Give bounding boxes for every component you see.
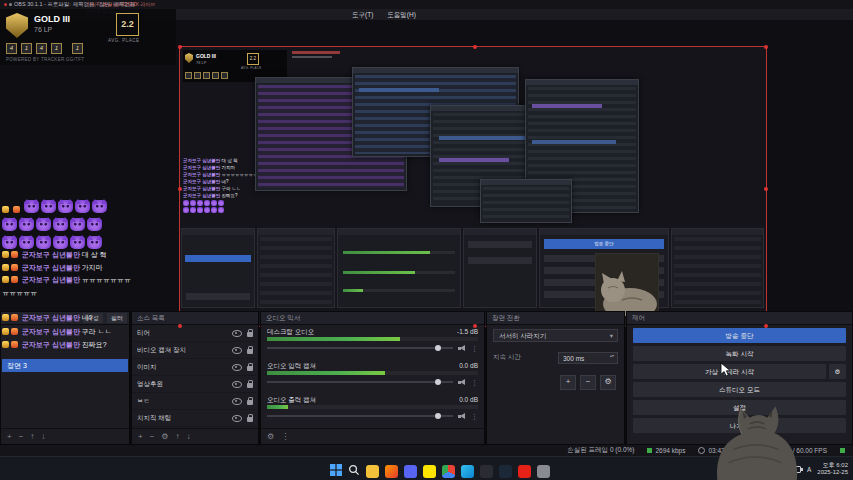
chat-overlay-top: 군자보구 십년불만 대 상 혁 군자보구 십년불만 가지마 군자보구 십년불만 …: [2, 195, 134, 299]
chat-message: 군자보구 십년불만 진짜요?: [2, 338, 132, 352]
speaker-icon[interactable]: [458, 413, 466, 420]
captured-dialog: [480, 179, 572, 223]
visibility-eye-icon[interactable]: [232, 415, 242, 422]
duration-label: 지속 시간: [493, 353, 521, 362]
cat-emote: [36, 218, 51, 231]
sources-toolbar: + − ⚙ ↑ ↓: [132, 428, 258, 444]
visibility-eye-icon[interactable]: [232, 381, 242, 388]
taskbar-app-settings[interactable]: [537, 465, 550, 478]
cat-in-front-of-screen: [703, 378, 805, 480]
source-down-button[interactable]: ↓: [187, 432, 191, 441]
remove-source-button[interactable]: −: [150, 432, 155, 441]
lock-icon[interactable]: [247, 383, 253, 388]
taskbar-app-firefox[interactable]: [385, 465, 398, 478]
transition-properties-button[interactable]: ⚙: [600, 375, 616, 390]
taskbar-app-kakaotalk[interactable]: [423, 465, 436, 478]
scene-list-item[interactable]: 장면 3: [2, 359, 128, 372]
lock-icon[interactable]: [247, 400, 253, 405]
chat-badge-icon: [13, 206, 20, 213]
volume-slider[interactable]: [267, 381, 453, 383]
transition-select[interactable]: 서서히 사라지기: [493, 329, 618, 342]
lock-icon[interactable]: [247, 349, 253, 354]
mixer-settings-button[interactable]: ⚙: [267, 432, 274, 441]
add-source-button[interactable]: +: [138, 432, 143, 441]
scene-up-button[interactable]: ↑: [30, 432, 34, 441]
taskbar-app-discord[interactable]: [404, 465, 417, 478]
window-state-icon: [9, 3, 12, 6]
scene-down-button[interactable]: ↓: [41, 432, 45, 441]
stop-streaming-button[interactable]: 방송 중단: [633, 328, 846, 343]
mixer-dock-title: 오디오 믹서: [261, 312, 484, 325]
cat-emote: [36, 236, 51, 249]
menu-tools[interactable]: 도구(T): [352, 9, 373, 20]
obs-logo-icon: [4, 3, 7, 6]
remove-scene-button[interactable]: −: [19, 432, 24, 441]
nested-emote-row: [183, 200, 277, 206]
source-row[interactable]: 비디오 캡쳐 장치: [132, 342, 258, 359]
taskbar-app-obs[interactable]: [480, 465, 493, 478]
nested-sources-dock: [257, 228, 335, 308]
source-row[interactable]: 치지직 채팅: [132, 410, 258, 427]
mixer-menu-button[interactable]: ⋮: [281, 432, 289, 441]
source-row[interactable]: 이미지: [132, 359, 258, 376]
search-icon[interactable]: [348, 462, 360, 480]
visibility-eye-icon[interactable]: [232, 330, 242, 337]
visibility-eye-icon[interactable]: [232, 364, 242, 371]
powered-by-text: POWERED BY TRACKER.GG/TFT: [6, 57, 84, 62]
ime-indicator[interactable]: A: [807, 466, 811, 473]
channel-menu-icon[interactable]: ⋮: [471, 413, 478, 420]
taskbar-app-steam[interactable]: [499, 465, 512, 478]
cat-emote: [87, 236, 102, 249]
source-up-button[interactable]: ↑: [176, 432, 180, 441]
avg-place-value: 2.2: [116, 13, 139, 36]
tray-date: 2025-12-25: [817, 469, 848, 477]
nested-scenes-dock: [181, 228, 255, 308]
chat-message: 군자보구 십년불만 구라 ㄴㄴ: [2, 325, 132, 339]
nested-capture-title-line: [292, 51, 340, 54]
source-properties-button[interactable]: ⚙: [161, 432, 168, 441]
cat-emote: [24, 200, 39, 213]
nested-avg-place-value: 2.2: [247, 53, 259, 65]
cat-emote: [53, 236, 68, 249]
visibility-eye-icon[interactable]: [232, 398, 242, 405]
cat-emote: [70, 218, 85, 231]
emote-row: [2, 231, 134, 249]
lock-icon[interactable]: [247, 332, 253, 337]
scenes-toolbar: + − ↑ ↓: [1, 428, 129, 444]
virtual-camera-settings-icon[interactable]: ⚙: [829, 364, 846, 379]
taskbar-app-youtube[interactable]: [518, 465, 531, 478]
add-scene-button[interactable]: +: [7, 432, 12, 441]
chat-message: 군자보구 십년불만 네?: [2, 311, 132, 325]
channel-db: 0.0 dB: [459, 395, 478, 404]
speaker-icon[interactable]: [458, 345, 466, 352]
channel-name: 오디오 입력 캡쳐: [267, 361, 316, 370]
cat-emote: [75, 200, 90, 213]
source-row[interactable]: 영상후원: [132, 376, 258, 393]
remove-transition-button[interactable]: −: [580, 375, 596, 390]
source-row[interactable]: ㅂㅌ: [132, 393, 258, 410]
speaker-icon[interactable]: [458, 379, 466, 386]
volume-slider[interactable]: [267, 347, 453, 349]
taskbar-app-chrome[interactable]: [442, 465, 455, 478]
menu-help[interactable]: 도움말(H): [387, 9, 416, 20]
visibility-eye-icon[interactable]: [232, 347, 242, 354]
duration-input[interactable]: 300 ms: [558, 352, 618, 364]
lock-icon[interactable]: [247, 366, 253, 371]
taskbar-app-file-explorer[interactable]: [366, 465, 379, 478]
preview-scene[interactable]: GOLD III 76 LP 2.2 AVG. PLACE 군자보구 십년불만 …: [180, 47, 766, 326]
clock[interactable]: 오후 6:02 2025-12-25: [817, 462, 848, 477]
nested-dock: [671, 228, 764, 308]
taskbar-app-edge[interactable]: [461, 465, 474, 478]
nested-avg-place-label: AVG. PLACE: [241, 66, 262, 70]
channel-menu-icon[interactable]: ⋮: [471, 379, 478, 386]
chat-badge-icon: [2, 206, 9, 213]
cat-emote: [19, 236, 34, 249]
add-transition-button[interactable]: +: [560, 375, 576, 390]
source-row[interactable]: 티어: [132, 325, 258, 342]
lock-icon[interactable]: [247, 417, 253, 422]
start-button[interactable]: [330, 462, 342, 480]
start-recording-button[interactable]: 녹화 시작: [633, 346, 846, 361]
channel-menu-icon[interactable]: ⋮: [471, 345, 478, 352]
nested-stop-streaming-button: 방송 중단: [544, 239, 664, 249]
volume-slider[interactable]: [267, 415, 453, 417]
